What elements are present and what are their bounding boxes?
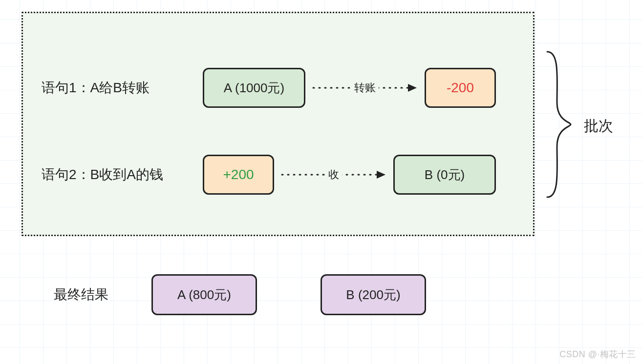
result-label: 最终结果 — [54, 285, 151, 304]
batch-side-label: 批次 — [584, 116, 613, 136]
batch-container: 语句1：A给B转账 A (1000元) 转账 -200 语句2：B收到A的钱 +… — [21, 12, 535, 236]
result-node-b: B (200元) — [321, 274, 426, 315]
arrow-receive-label: 收 — [325, 167, 342, 182]
statement-1-label: 语句1：A给B转账 — [42, 79, 203, 97]
arrow-transfer-label: 转账 — [351, 81, 379, 95]
brace-icon — [542, 49, 577, 200]
node-minus-200: -200 — [425, 68, 496, 108]
svg-marker-3 — [377, 171, 385, 179]
node-a-balance-text: A (1000元) — [224, 80, 284, 97]
statement-2-label: 语句2：B收到A的钱 — [42, 165, 203, 184]
arrow-transfer: 转账 — [312, 81, 418, 95]
node-a-balance: A (1000元) — [203, 68, 305, 108]
node-b-balance-text: B (0元) — [425, 166, 465, 183]
watermark-text: CSDN @·梅花十三 — [559, 348, 636, 360]
result-node-a: A (800元) — [151, 274, 257, 315]
result-row: 最终结果 A (800元) B (200元) — [54, 274, 490, 315]
diagram-canvas: 语句1：A给B转账 A (1000元) 转账 -200 语句2：B收到A的钱 +… — [0, 0, 642, 364]
node-plus-200: +200 — [203, 155, 274, 195]
node-b-balance: B (0元) — [393, 155, 496, 195]
arrow-receive: 收 — [281, 167, 386, 182]
statement-row-1: 语句1：A给B转账 A (1000元) 转账 -200 — [42, 68, 496, 108]
statement-row-2: 语句2：B收到A的钱 +200 收 B (0元) — [42, 155, 496, 195]
node-plus-200-text: +200 — [223, 167, 254, 182]
node-minus-200-text: -200 — [447, 80, 474, 96]
svg-marker-1 — [408, 84, 417, 92]
result-node-a-text: A (800元) — [177, 286, 231, 303]
result-node-b-text: B (200元) — [346, 286, 400, 303]
